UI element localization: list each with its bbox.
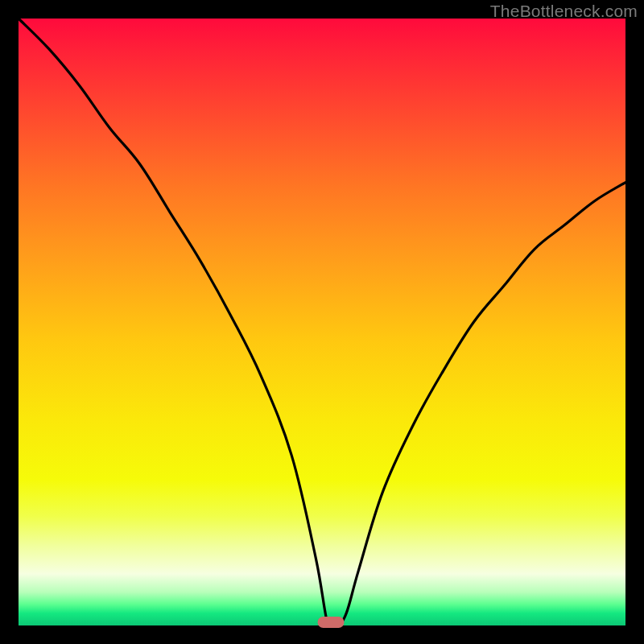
watermark-text: TheBottleneck.com	[490, 2, 638, 21]
bottleneck-curve	[19, 19, 625, 625]
chart-canvas: TheBottleneck.com	[0, 0, 644, 644]
bottleneck-marker	[318, 617, 345, 628]
